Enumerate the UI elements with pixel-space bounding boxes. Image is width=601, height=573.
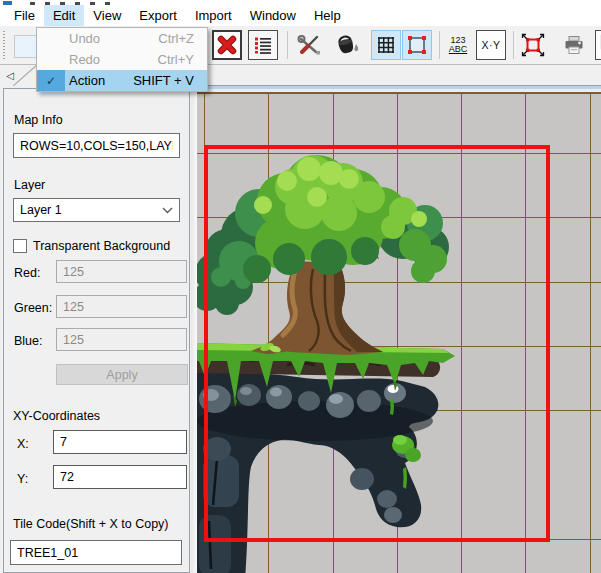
rect-select-button[interactable] <box>402 30 432 60</box>
menu-help[interactable]: Help <box>305 5 350 26</box>
undo-shortcut: Ctrl+Z <box>158 31 194 46</box>
y-label: Y: <box>17 472 28 486</box>
tile-labels-button[interactable]: 123 ABC <box>444 30 472 60</box>
print-button[interactable] <box>559 30 589 60</box>
y-field[interactable] <box>53 465 187 489</box>
menu-view[interactable]: View <box>84 5 130 26</box>
xy-button[interactable]: X·Y <box>476 30 506 60</box>
menu-window[interactable]: Window <box>241 5 305 26</box>
tile-code-label: Tile Code(Shift + X to Copy) <box>13 517 169 531</box>
transparent-bg-label: Transparent Background <box>33 239 170 253</box>
menu-edit[interactable]: Edit <box>44 5 84 26</box>
paint-bucket-icon <box>335 34 361 56</box>
layer-label: Layer <box>14 178 45 192</box>
resize-selection-button[interactable] <box>518 30 548 60</box>
toolbar-separator <box>439 31 440 59</box>
tile-list-button[interactable] <box>248 30 278 60</box>
xy-coordinates-label: XY-Coordinates <box>13 409 100 423</box>
blue-field[interactable] <box>56 328 187 351</box>
properties-panel: Map Info Layer Layer 1 Transparent Backg… <box>3 88 190 573</box>
123-abc-icon: 123 ABC <box>449 36 468 54</box>
transparent-bg-checkbox[interactable] <box>13 239 27 253</box>
pages-validate-button[interactable] <box>595 30 601 60</box>
transparent-bg-row: Transparent Background <box>13 239 170 253</box>
toolbar-separator <box>513 31 514 59</box>
redo-shortcut: Ctrl+Y <box>158 52 194 67</box>
x-field[interactable] <box>53 430 187 454</box>
grid-toggle-button[interactable] <box>371 30 401 60</box>
canvas-top-edge <box>193 85 601 92</box>
tile-code-field[interactable] <box>10 540 182 565</box>
red-x-icon <box>217 35 237 55</box>
apply-button[interactable]: Apply <box>56 364 188 385</box>
chevron-down-icon <box>162 207 173 214</box>
tools-icon <box>297 34 321 56</box>
map-canvas[interactable] <box>197 92 601 573</box>
green-label: Green: <box>14 301 52 315</box>
undo-label: Undo <box>69 31 100 46</box>
green-field[interactable] <box>56 295 187 318</box>
xy-icon: X·Y <box>481 39 500 51</box>
tools-button[interactable] <box>292 30 326 60</box>
x-label: X: <box>17 437 29 451</box>
grid-icon <box>376 35 396 55</box>
toolbar-gripper[interactable] <box>3 31 5 59</box>
menu-item-undo[interactable]: Undo Ctrl+Z <box>37 28 207 49</box>
layer-select[interactable]: Layer 1 <box>13 198 180 222</box>
redo-label: Redo <box>69 52 100 67</box>
edit-dropdown-menu: Undo Ctrl+Z Redo Ctrl+Y ✓ Action SHIFT +… <box>36 27 208 92</box>
map-editor-window: File Edit View Export Import Window Help <box>0 0 601 573</box>
red-label: Red: <box>14 266 40 280</box>
rect-select-icon <box>406 34 428 56</box>
list-icon <box>253 35 273 55</box>
menu-export[interactable]: Export <box>130 5 186 26</box>
map-info-field[interactable] <box>13 133 180 158</box>
menu-file[interactable]: File <box>5 5 44 26</box>
action-label: Action <box>69 73 105 88</box>
resize-rect-icon <box>521 33 545 57</box>
red-field[interactable] <box>56 260 187 283</box>
menu-item-action[interactable]: ✓ Action SHIFT + V <box>37 70 207 91</box>
delete-button[interactable] <box>212 30 242 60</box>
selection-rectangle <box>204 145 550 542</box>
fill-button[interactable] <box>330 30 366 60</box>
menu-bar: File Edit View Export Import Window Help <box>0 5 601 26</box>
menu-item-redo[interactable]: Redo Ctrl+Y <box>37 49 207 70</box>
blue-label: Blue: <box>14 334 43 348</box>
action-shortcut: SHIFT + V <box>133 73 194 88</box>
checkmark-icon: ✓ <box>37 70 65 91</box>
toolbar-separator <box>287 31 288 59</box>
printer-icon <box>563 35 585 55</box>
map-info-label: Map Info <box>14 113 63 127</box>
menu-import[interactable]: Import <box>186 5 241 26</box>
layer-select-value: Layer 1 <box>20 203 62 217</box>
